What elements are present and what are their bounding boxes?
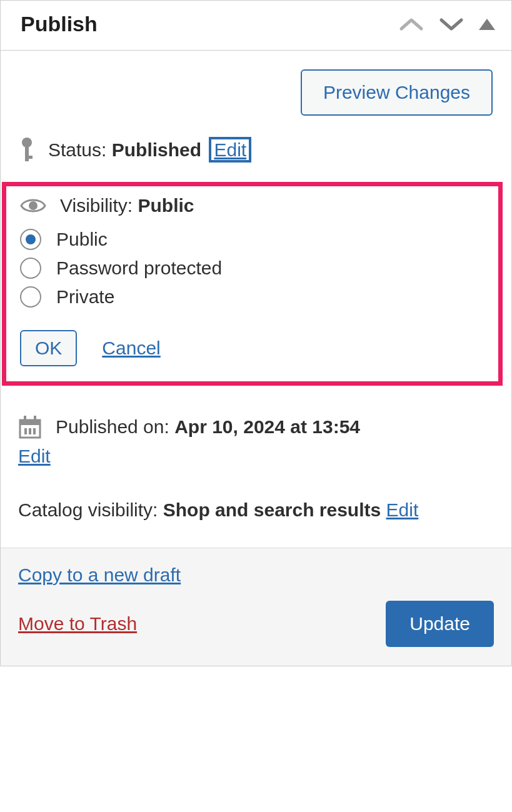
visibility-option-private[interactable]: Private [20, 283, 487, 311]
svg-point-3 [29, 201, 38, 210]
radio-label: Password protected [56, 258, 222, 279]
visibility-option-public[interactable]: Public [20, 225, 487, 254]
move-to-trash-link[interactable]: Move to Trash [18, 613, 137, 634]
calendar-icon [18, 414, 42, 439]
visibility-actions: OK Cancel [20, 311, 487, 366]
published-on-edit-link[interactable]: Edit [18, 446, 493, 467]
svg-rect-10 [33, 428, 36, 434]
key-icon [19, 137, 34, 163]
svg-rect-8 [24, 428, 27, 434]
status-edit-link[interactable]: Edit [209, 137, 251, 163]
svg-rect-7 [34, 416, 36, 422]
panel-header: Publish [1, 1, 511, 51]
radio-label: Private [56, 286, 114, 308]
copy-draft-link[interactable]: Copy to a new draft [18, 564, 494, 586]
svg-rect-1 [25, 146, 29, 161]
catalog-visibility-value: Shop and search results [163, 499, 381, 520]
catalog-visibility-edit-link[interactable]: Edit [386, 499, 419, 520]
radio-icon[interactable] [20, 286, 41, 308]
svg-rect-6 [24, 416, 26, 422]
svg-rect-5 [20, 420, 40, 425]
published-on-value: Apr 10, 2024 at 13:54 [174, 416, 360, 437]
panel-body: Preview Changes Status: Published Edit V… [1, 51, 511, 548]
catalog-visibility-label: Catalog visibility: [18, 499, 158, 520]
chevron-up-icon[interactable] [399, 16, 424, 33]
catalog-visibility-row: Catalog visibility: Shop and search resu… [1, 467, 511, 548]
preview-changes-button[interactable]: Preview Changes [301, 69, 493, 116]
visibility-value: Public [138, 195, 194, 216]
radio-label: Public [56, 229, 108, 250]
visibility-label: Visibility: [60, 195, 133, 216]
status-label: Status: [48, 139, 106, 160]
svg-point-0 [22, 138, 32, 148]
visibility-ok-button[interactable]: OK [20, 330, 77, 366]
panel-footer: Copy to a new draft Move to Trash Update [1, 548, 511, 666]
published-on-row: Published on: Apr 10, 2024 at 13:54 Edit [1, 386, 511, 467]
panel-header-nav [399, 16, 495, 33]
update-button[interactable]: Update [386, 601, 494, 647]
panel-title: Publish [21, 12, 98, 36]
published-on-label: Published on: [56, 416, 169, 437]
svg-rect-9 [29, 428, 31, 434]
preview-row: Preview Changes [1, 51, 511, 116]
radio-icon[interactable] [20, 258, 41, 279]
visibility-editor: Visibility: Public Public Password prote… [2, 182, 503, 386]
collapse-triangle-icon[interactable] [479, 19, 495, 30]
chevron-down-icon[interactable] [439, 16, 464, 33]
visibility-header: Visibility: Public [20, 193, 487, 225]
visibility-option-password[interactable]: Password protected [20, 254, 487, 283]
radio-selected-icon[interactable] [20, 229, 41, 250]
publish-panel: Publish Preview Changes Status: Publishe… [0, 0, 512, 666]
eye-icon [20, 197, 46, 214]
status-row: Status: Published Edit [1, 116, 511, 182]
status-value: Published [112, 139, 201, 160]
visibility-cancel-link[interactable]: Cancel [102, 338, 160, 359]
svg-rect-2 [25, 156, 33, 159]
